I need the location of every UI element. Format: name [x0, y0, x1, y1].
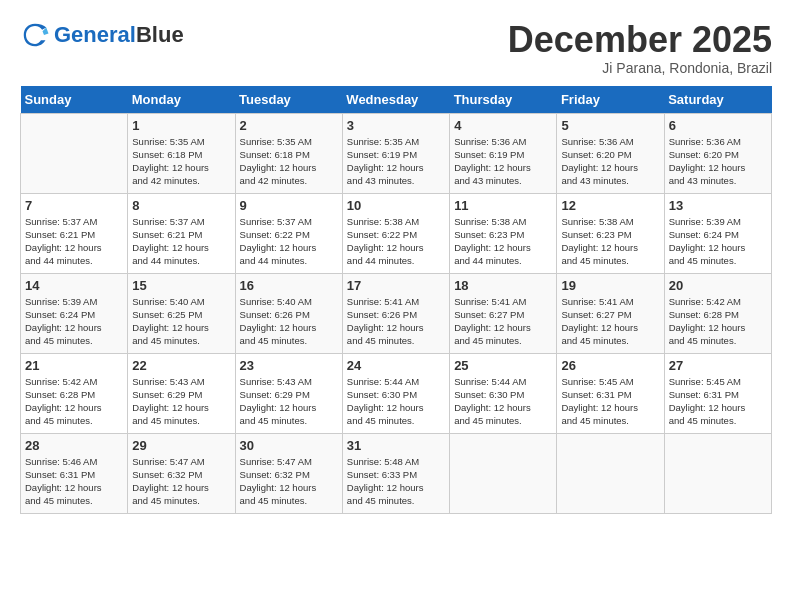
- day-number: 6: [669, 118, 767, 133]
- day-cell: 17Sunrise: 5:41 AMSunset: 6:26 PMDayligh…: [342, 273, 449, 353]
- logo: GeneralBlue: [20, 20, 184, 50]
- day-cell: 9Sunrise: 5:37 AMSunset: 6:22 PMDaylight…: [235, 193, 342, 273]
- day-number: 1: [132, 118, 230, 133]
- day-number: 5: [561, 118, 659, 133]
- day-cell: 3Sunrise: 5:35 AMSunset: 6:19 PMDaylight…: [342, 113, 449, 193]
- header-cell-saturday: Saturday: [664, 86, 771, 114]
- day-number: 19: [561, 278, 659, 293]
- day-number: 10: [347, 198, 445, 213]
- day-cell: 16Sunrise: 5:40 AMSunset: 6:26 PMDayligh…: [235, 273, 342, 353]
- day-cell: 13Sunrise: 5:39 AMSunset: 6:24 PMDayligh…: [664, 193, 771, 273]
- header-cell-tuesday: Tuesday: [235, 86, 342, 114]
- day-info: Sunrise: 5:37 AMSunset: 6:21 PMDaylight:…: [25, 215, 123, 268]
- week-row-3: 14Sunrise: 5:39 AMSunset: 6:24 PMDayligh…: [21, 273, 772, 353]
- day-info: Sunrise: 5:46 AMSunset: 6:31 PMDaylight:…: [25, 455, 123, 508]
- day-info: Sunrise: 5:45 AMSunset: 6:31 PMDaylight:…: [561, 375, 659, 428]
- day-number: 29: [132, 438, 230, 453]
- day-number: 13: [669, 198, 767, 213]
- day-number: 25: [454, 358, 552, 373]
- day-info: Sunrise: 5:36 AMSunset: 6:20 PMDaylight:…: [561, 135, 659, 188]
- day-info: Sunrise: 5:40 AMSunset: 6:26 PMDaylight:…: [240, 295, 338, 348]
- day-cell: 15Sunrise: 5:40 AMSunset: 6:25 PMDayligh…: [128, 273, 235, 353]
- day-info: Sunrise: 5:35 AMSunset: 6:19 PMDaylight:…: [347, 135, 445, 188]
- day-cell: 18Sunrise: 5:41 AMSunset: 6:27 PMDayligh…: [450, 273, 557, 353]
- day-info: Sunrise: 5:36 AMSunset: 6:20 PMDaylight:…: [669, 135, 767, 188]
- day-cell: [450, 433, 557, 513]
- day-cell: 5Sunrise: 5:36 AMSunset: 6:20 PMDaylight…: [557, 113, 664, 193]
- day-cell: 22Sunrise: 5:43 AMSunset: 6:29 PMDayligh…: [128, 353, 235, 433]
- day-number: 28: [25, 438, 123, 453]
- day-cell: 23Sunrise: 5:43 AMSunset: 6:29 PMDayligh…: [235, 353, 342, 433]
- title-block: December 2025 Ji Parana, Rondonia, Brazi…: [508, 20, 772, 76]
- day-info: Sunrise: 5:38 AMSunset: 6:23 PMDaylight:…: [454, 215, 552, 268]
- logo-text: GeneralBlue: [54, 23, 184, 47]
- day-info: Sunrise: 5:45 AMSunset: 6:31 PMDaylight:…: [669, 375, 767, 428]
- day-info: Sunrise: 5:38 AMSunset: 6:23 PMDaylight:…: [561, 215, 659, 268]
- day-info: Sunrise: 5:39 AMSunset: 6:24 PMDaylight:…: [669, 215, 767, 268]
- day-info: Sunrise: 5:37 AMSunset: 6:21 PMDaylight:…: [132, 215, 230, 268]
- day-info: Sunrise: 5:43 AMSunset: 6:29 PMDaylight:…: [132, 375, 230, 428]
- day-number: 15: [132, 278, 230, 293]
- day-cell: 1Sunrise: 5:35 AMSunset: 6:18 PMDaylight…: [128, 113, 235, 193]
- day-info: Sunrise: 5:47 AMSunset: 6:32 PMDaylight:…: [132, 455, 230, 508]
- day-info: Sunrise: 5:48 AMSunset: 6:33 PMDaylight:…: [347, 455, 445, 508]
- day-number: 23: [240, 358, 338, 373]
- day-number: 31: [347, 438, 445, 453]
- day-number: 20: [669, 278, 767, 293]
- day-number: 7: [25, 198, 123, 213]
- location-subtitle: Ji Parana, Rondonia, Brazil: [508, 60, 772, 76]
- day-cell: [21, 113, 128, 193]
- header-cell-friday: Friday: [557, 86, 664, 114]
- day-number: 18: [454, 278, 552, 293]
- day-cell: 6Sunrise: 5:36 AMSunset: 6:20 PMDaylight…: [664, 113, 771, 193]
- month-title: December 2025: [508, 20, 772, 60]
- day-cell: [557, 433, 664, 513]
- logo-icon: [20, 20, 50, 50]
- day-cell: 25Sunrise: 5:44 AMSunset: 6:30 PMDayligh…: [450, 353, 557, 433]
- header-cell-wednesday: Wednesday: [342, 86, 449, 114]
- day-cell: 21Sunrise: 5:42 AMSunset: 6:28 PMDayligh…: [21, 353, 128, 433]
- day-cell: 2Sunrise: 5:35 AMSunset: 6:18 PMDaylight…: [235, 113, 342, 193]
- day-info: Sunrise: 5:47 AMSunset: 6:32 PMDaylight:…: [240, 455, 338, 508]
- day-cell: 29Sunrise: 5:47 AMSunset: 6:32 PMDayligh…: [128, 433, 235, 513]
- day-number: 24: [347, 358, 445, 373]
- day-info: Sunrise: 5:35 AMSunset: 6:18 PMDaylight:…: [132, 135, 230, 188]
- header-row: SundayMondayTuesdayWednesdayThursdayFrid…: [21, 86, 772, 114]
- calendar-body: 1Sunrise: 5:35 AMSunset: 6:18 PMDaylight…: [21, 113, 772, 513]
- day-number: 26: [561, 358, 659, 373]
- day-number: 12: [561, 198, 659, 213]
- day-info: Sunrise: 5:41 AMSunset: 6:26 PMDaylight:…: [347, 295, 445, 348]
- day-number: 3: [347, 118, 445, 133]
- week-row-5: 28Sunrise: 5:46 AMSunset: 6:31 PMDayligh…: [21, 433, 772, 513]
- week-row-1: 1Sunrise: 5:35 AMSunset: 6:18 PMDaylight…: [21, 113, 772, 193]
- day-info: Sunrise: 5:43 AMSunset: 6:29 PMDaylight:…: [240, 375, 338, 428]
- day-cell: 4Sunrise: 5:36 AMSunset: 6:19 PMDaylight…: [450, 113, 557, 193]
- day-info: Sunrise: 5:41 AMSunset: 6:27 PMDaylight:…: [454, 295, 552, 348]
- day-cell: 7Sunrise: 5:37 AMSunset: 6:21 PMDaylight…: [21, 193, 128, 273]
- day-info: Sunrise: 5:44 AMSunset: 6:30 PMDaylight:…: [454, 375, 552, 428]
- day-info: Sunrise: 5:42 AMSunset: 6:28 PMDaylight:…: [669, 295, 767, 348]
- day-cell: [664, 433, 771, 513]
- day-info: Sunrise: 5:35 AMSunset: 6:18 PMDaylight:…: [240, 135, 338, 188]
- header-cell-sunday: Sunday: [21, 86, 128, 114]
- day-number: 14: [25, 278, 123, 293]
- day-info: Sunrise: 5:41 AMSunset: 6:27 PMDaylight:…: [561, 295, 659, 348]
- day-info: Sunrise: 5:39 AMSunset: 6:24 PMDaylight:…: [25, 295, 123, 348]
- day-cell: 10Sunrise: 5:38 AMSunset: 6:22 PMDayligh…: [342, 193, 449, 273]
- day-info: Sunrise: 5:38 AMSunset: 6:22 PMDaylight:…: [347, 215, 445, 268]
- day-number: 30: [240, 438, 338, 453]
- day-cell: 20Sunrise: 5:42 AMSunset: 6:28 PMDayligh…: [664, 273, 771, 353]
- day-number: 8: [132, 198, 230, 213]
- header-cell-thursday: Thursday: [450, 86, 557, 114]
- day-cell: 14Sunrise: 5:39 AMSunset: 6:24 PMDayligh…: [21, 273, 128, 353]
- day-cell: 27Sunrise: 5:45 AMSunset: 6:31 PMDayligh…: [664, 353, 771, 433]
- calendar-table: SundayMondayTuesdayWednesdayThursdayFrid…: [20, 86, 772, 514]
- day-info: Sunrise: 5:42 AMSunset: 6:28 PMDaylight:…: [25, 375, 123, 428]
- day-cell: 30Sunrise: 5:47 AMSunset: 6:32 PMDayligh…: [235, 433, 342, 513]
- day-number: 11: [454, 198, 552, 213]
- page-header: GeneralBlue December 2025 Ji Parana, Ron…: [20, 20, 772, 76]
- day-info: Sunrise: 5:37 AMSunset: 6:22 PMDaylight:…: [240, 215, 338, 268]
- day-number: 27: [669, 358, 767, 373]
- day-number: 9: [240, 198, 338, 213]
- day-cell: 8Sunrise: 5:37 AMSunset: 6:21 PMDaylight…: [128, 193, 235, 273]
